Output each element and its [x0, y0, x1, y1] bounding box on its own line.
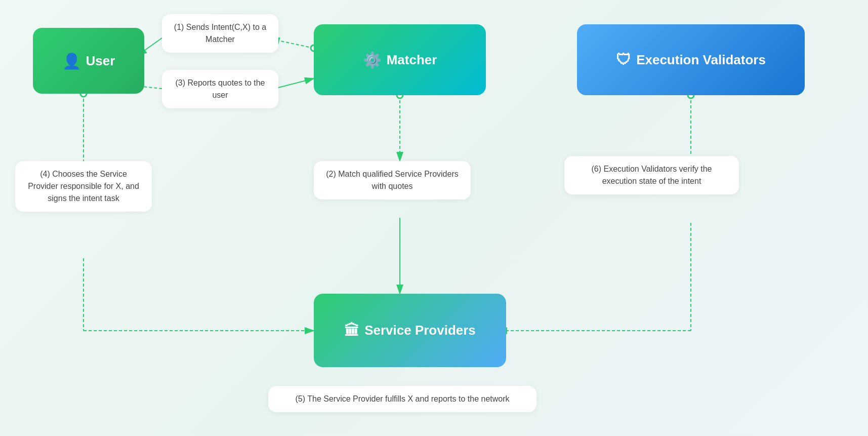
label-execution-verify-text: (6) Execution Validators verify the exec… [591, 165, 712, 185]
execution-label: Execution Validators [636, 52, 766, 68]
label-chooses-text: (4) Chooses the Service Provider respons… [28, 170, 139, 203]
diagram-container: 👤 User ⚙️ Matcher 🛡 Execution Validators… [0, 0, 868, 436]
user-icon: 👤 [62, 52, 81, 70]
service-providers-node: 🏛 Service Providers [314, 294, 506, 367]
label-chooses-provider: (4) Chooses the Service Provider respons… [15, 161, 152, 212]
matcher-label: Matcher [387, 52, 437, 68]
user-node: 👤 User [33, 28, 144, 94]
label-match-providers: (2) Match qualified Service Providers wi… [314, 161, 471, 200]
svg-line-5 [144, 38, 162, 51]
execution-icon: 🛡 [616, 51, 631, 68]
matcher-node: ⚙️ Matcher [314, 24, 486, 95]
service-icon: 🏛 [344, 322, 359, 339]
label-fulfills-text: (5) The Service Provider fulfills X and … [296, 394, 510, 403]
label-match-text: (2) Match qualified Service Providers wi… [326, 170, 458, 190]
service-label: Service Providers [364, 323, 476, 338]
svg-line-7 [278, 78, 314, 88]
label-reports-quotes: (3) Reports quotes to the user [162, 70, 278, 108]
svg-line-4 [278, 41, 314, 48]
execution-validators-node: 🛡 Execution Validators [577, 24, 805, 95]
user-label: User [86, 53, 115, 69]
matcher-icon: ⚙️ [363, 51, 382, 69]
label-fulfills: (5) The Service Provider fulfills X and … [268, 386, 536, 412]
label-execution-verify: (6) Execution Validators verify the exec… [564, 156, 739, 194]
label-sends-intent: (1) Sends Intent(C,X) to a Matcher [162, 14, 278, 53]
label-reports-quotes-text: (3) Reports quotes to the user [176, 78, 265, 99]
label-sends-intent-text: (1) Sends Intent(C,X) to a Matcher [174, 23, 266, 44]
